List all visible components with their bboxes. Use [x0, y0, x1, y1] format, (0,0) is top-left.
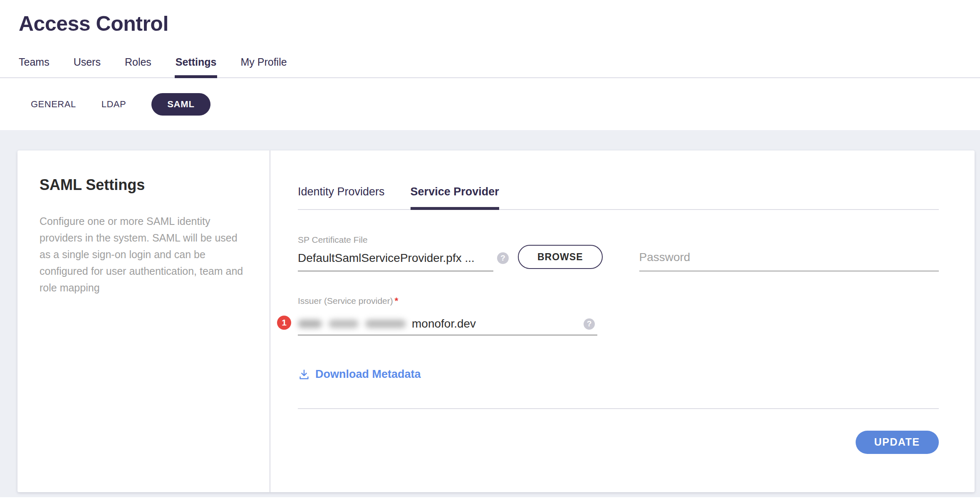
- settings-subtabs: GENERAL LDAP SAML: [0, 78, 980, 130]
- download-metadata-link[interactable]: Download Metadata: [298, 368, 421, 381]
- tab-teams[interactable]: Teams: [19, 56, 49, 77]
- panel-description: Configure one or more SAML identity prov…: [40, 213, 247, 296]
- question-mark-glyph: ?: [500, 254, 505, 263]
- tab-identity-providers[interactable]: Identity Providers: [298, 185, 385, 209]
- tab-roles[interactable]: Roles: [125, 56, 151, 77]
- actions-row: UPDATE: [298, 431, 939, 454]
- annotation-badge-1: 1: [277, 316, 291, 330]
- sp-certificate-input[interactable]: DefaultSamlServiceProvider.pfx ...: [298, 251, 493, 271]
- main-tabs: Teams Users Roles Settings My Profile: [0, 56, 980, 78]
- issuer-label: Issuer (Service provider): [298, 296, 393, 306]
- saml-settings-info-panel: SAML Settings Configure one or more SAML…: [17, 150, 270, 492]
- update-button[interactable]: UPDATE: [856, 431, 939, 454]
- browse-button[interactable]: BROWSE: [518, 245, 603, 269]
- redacted-text: [298, 320, 406, 328]
- download-metadata-label: Download Metadata: [315, 368, 421, 381]
- password-input[interactable]: [639, 251, 939, 271]
- main-area: SAML Settings Configure one or more SAML…: [0, 130, 980, 497]
- subtab-ldap[interactable]: LDAP: [101, 99, 126, 110]
- sp-certificate-value: DefaultSamlServiceProvider.pfx ...: [298, 251, 475, 264]
- subtab-general[interactable]: GENERAL: [31, 99, 76, 110]
- page-header: Access Control Teams Users Roles Setting…: [0, 0, 980, 130]
- issuer-row: Issuer (Service provider)* 1 monofor.dev…: [298, 296, 939, 335]
- saml-content-tabs: Identity Providers Service Provider: [298, 185, 939, 210]
- form-divider: [298, 408, 939, 409]
- sp-certificate-label: SP Certificate File: [298, 235, 493, 245]
- required-asterisk: *: [395, 296, 398, 306]
- saml-settings-form-panel: Identity Providers Service Provider SP C…: [270, 150, 978, 492]
- saml-settings-card: SAML Settings Configure one or more SAML…: [17, 150, 975, 492]
- help-icon-certificate[interactable]: ?: [497, 252, 509, 264]
- subtab-saml[interactable]: SAML: [151, 93, 210, 116]
- password-field: [639, 251, 939, 271]
- tab-settings[interactable]: Settings: [176, 56, 217, 77]
- download-icon: [298, 368, 310, 381]
- question-mark-glyph: ?: [587, 319, 592, 328]
- tab-service-provider[interactable]: Service Provider: [411, 185, 499, 209]
- tab-users[interactable]: Users: [74, 56, 101, 77]
- issuer-visible-value: monofor.dev: [412, 317, 476, 330]
- page-title: Access Control: [19, 10, 980, 37]
- tab-my-profile[interactable]: My Profile: [240, 56, 287, 77]
- sp-certificate-field: SP Certificate File DefaultSamlServicePr…: [298, 235, 493, 271]
- help-icon-issuer[interactable]: ?: [584, 318, 595, 330]
- certificate-row: SP Certificate File DefaultSamlServicePr…: [298, 235, 939, 271]
- panel-title: SAML Settings: [40, 176, 247, 194]
- issuer-field: Issuer (Service provider)* 1 monofor.dev…: [298, 296, 597, 335]
- issuer-input[interactable]: 1 monofor.dev ?: [298, 313, 597, 335]
- access-control-page: Access Control Teams Users Roles Setting…: [0, 0, 980, 498]
